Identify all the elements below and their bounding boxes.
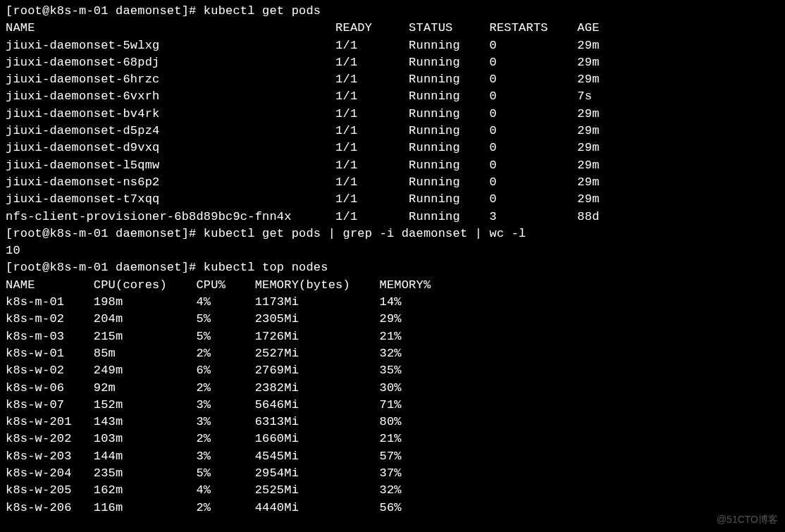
terminal-output[interactable]: [root@k8s-m-01 daemonset]# kubectl get p…	[6, 3, 779, 516]
pods-row: jiuxi-daemonset-68pdj 1/1 Running 0 29m	[6, 54, 779, 71]
pods-row: jiuxi-daemonset-l5qmw 1/1 Running 0 29m	[6, 157, 779, 174]
pods-row: jiuxi-daemonset-d5pz4 1/1 Running 0 29m	[6, 123, 779, 140]
pods-row: jiuxi-daemonset-t7xqq 1/1 Running 0 29m	[6, 191, 779, 208]
pods-row: jiuxi-daemonset-bv4rk 1/1 Running 0 29m	[6, 106, 779, 123]
cmd2-output: 10	[6, 242, 779, 259]
nodes-row: k8s-m-01 198m 4% 1173Mi 14%	[6, 294, 779, 311]
nodes-row: k8s-w-01 85m 2% 2527Mi 32%	[6, 345, 779, 362]
pods-row: jiuxi-daemonset-6hrzc 1/1 Running 0 29m	[6, 71, 779, 88]
nodes-row: k8s-w-206 116m 2% 4440Mi 56%	[6, 500, 779, 516]
nodes-row: k8s-w-201 143m 3% 6313Mi 80%	[6, 414, 779, 431]
prompt-line-1[interactable]: [root@k8s-m-01 daemonset]# kubectl get p…	[6, 3, 779, 20]
watermark: @51CTO博客	[717, 511, 778, 528]
nodes-row: k8s-m-02 204m 5% 2305Mi 29%	[6, 311, 779, 328]
pods-row: jiuxi-daemonset-6vxrh 1/1 Running 0 7s	[6, 88, 779, 105]
nodes-row: k8s-w-06 92m 2% 2382Mi 30%	[6, 380, 779, 397]
nodes-row: k8s-w-203 144m 3% 4545Mi 57%	[6, 448, 779, 465]
pods-row: jiuxi-daemonset-d9vxq 1/1 Running 0 29m	[6, 140, 779, 156]
nodes-header: NAME CPU(cores) CPU% MEMORY(bytes) MEMOR…	[6, 277, 779, 294]
nodes-row: k8s-w-204 235m 5% 2954Mi 37%	[6, 465, 779, 482]
nodes-row: k8s-w-205 162m 4% 2525Mi 32%	[6, 482, 779, 499]
pods-row: jiuxi-daemonset-5wlxg 1/1 Running 0 29m	[6, 37, 779, 54]
pods-row: jiuxi-daemonset-ns6p2 1/1 Running 0 29m	[6, 174, 779, 191]
prompt-line-3[interactable]: [root@k8s-m-01 daemonset]# kubectl top n…	[6, 259, 779, 276]
pods-row: nfs-client-provisioner-6b8d89bc9c-fnn4x …	[6, 209, 779, 225]
pods-header: NAME READY STATUS RESTARTS AGE	[6, 20, 779, 37]
nodes-row: k8s-w-202 103m 2% 1660Mi 21%	[6, 431, 779, 447]
prompt-line-2[interactable]: [root@k8s-m-01 daemonset]# kubectl get p…	[6, 225, 779, 242]
nodes-row: k8s-w-02 249m 6% 2769Mi 35%	[6, 362, 779, 379]
nodes-row: k8s-m-03 215m 5% 1726Mi 21%	[6, 328, 779, 345]
nodes-row: k8s-w-07 152m 3% 5646Mi 71%	[6, 397, 779, 414]
